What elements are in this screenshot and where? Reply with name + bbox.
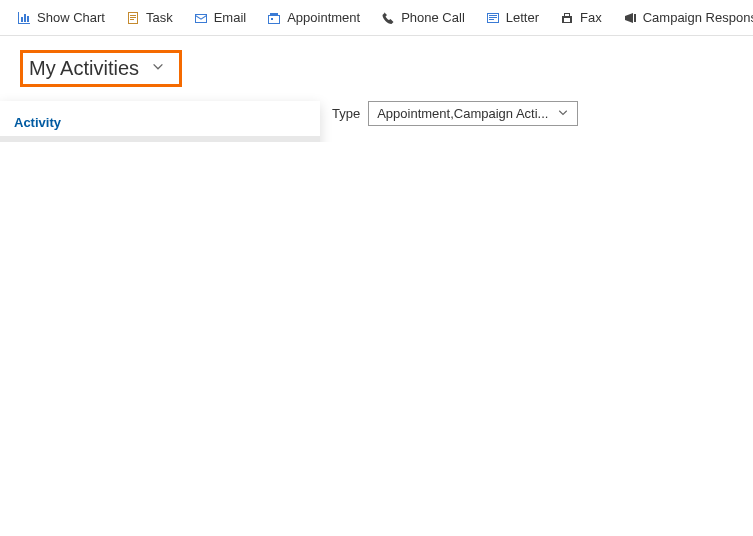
task-button[interactable]: Task (117, 6, 181, 30)
view-dropdown: ActivityMy ActivitiesAll ActivitiesClose… (0, 101, 320, 142)
button-label: Show Chart (37, 10, 105, 25)
view-selector[interactable]: My Activities (20, 50, 182, 87)
button-label: Appointment (287, 10, 360, 25)
fax-icon (559, 10, 575, 26)
chevron-down-icon (151, 60, 165, 77)
button-label: Letter (506, 10, 539, 25)
button-label: Email (214, 10, 247, 25)
letter-icon (485, 10, 501, 26)
command-bar: Show ChartTaskEmailAppointmentPhone Call… (0, 0, 753, 36)
button-label: Task (146, 10, 173, 25)
activity-type-filter[interactable]: Appointment,Campaign Acti... (368, 101, 578, 126)
letter-button[interactable]: Letter (477, 6, 547, 30)
chart-icon (16, 10, 32, 26)
fax-button[interactable]: Fax (551, 6, 610, 30)
campaign-response-button[interactable]: Campaign Response (614, 6, 753, 30)
view-option[interactable]: My Activities (0, 136, 320, 142)
appointment-button[interactable]: Appointment (258, 6, 368, 30)
view-dropdown-list[interactable]: ActivityMy ActivitiesAll ActivitiesClose… (0, 101, 320, 142)
email-icon (193, 10, 209, 26)
show-chart-button[interactable]: Show Chart (8, 6, 113, 30)
chevron-down-icon (557, 107, 569, 121)
view-header: My Activities (0, 36, 753, 95)
view-title: My Activities (29, 57, 139, 80)
filter-value: Appointment,Campaign Acti... (377, 106, 548, 121)
campaign-icon (622, 10, 638, 26)
button-label: Campaign Response (643, 10, 753, 25)
phone-call-button[interactable]: Phone Call (372, 6, 473, 30)
filter-label: Type (332, 106, 360, 121)
button-label: Fax (580, 10, 602, 25)
button-label: Phone Call (401, 10, 465, 25)
appointment-icon (266, 10, 282, 26)
task-icon (125, 10, 141, 26)
dropdown-group-activity: Activity (0, 107, 320, 136)
phone-icon (380, 10, 396, 26)
email-button[interactable]: Email (185, 6, 255, 30)
content-area: Type Appointment,Campaign Acti... Regard… (0, 101, 753, 126)
